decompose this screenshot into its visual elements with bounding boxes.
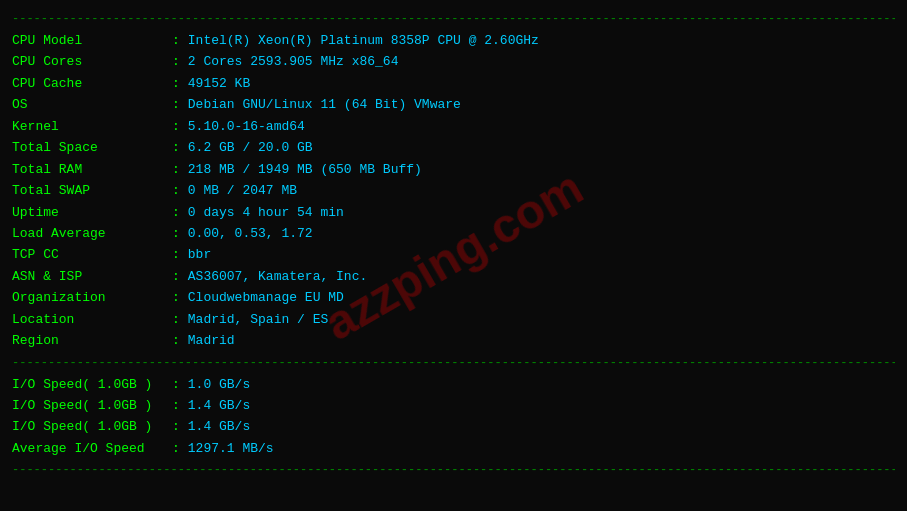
row-colon-9: : xyxy=(172,223,180,244)
divider-mid: ----------------------------------------… xyxy=(12,356,895,370)
io-row: I/O Speed( 1.0GB ) : 1.4 GB/s xyxy=(12,416,895,437)
io-label-1: I/O Speed( 1.0GB ) xyxy=(12,395,172,416)
terminal-container: ----------------------------------------… xyxy=(12,12,895,477)
io-colon-1: : xyxy=(172,395,180,416)
row-value-5: 6.2 GB / 20.0 GB xyxy=(188,137,313,158)
row-colon-12: : xyxy=(172,287,180,308)
row-label-9: Load Average xyxy=(12,223,172,244)
io-colon-2: : xyxy=(172,416,180,437)
io-row: I/O Speed( 1.0GB ) : 1.4 GB/s xyxy=(12,395,895,416)
row-value-6: 218 MB / 1949 MB (650 MB Buff) xyxy=(188,159,422,180)
row-value-3: Debian GNU/Linux 11 (64 Bit) VMware xyxy=(188,94,461,115)
io-value-1: 1.4 GB/s xyxy=(188,395,250,416)
row-label-8: Uptime xyxy=(12,202,172,223)
divider-top: ----------------------------------------… xyxy=(12,12,895,26)
row-colon-11: : xyxy=(172,266,180,287)
io-label-0: I/O Speed( 1.0GB ) xyxy=(12,374,172,395)
info-row: Load Average : 0.00, 0.53, 1.72 xyxy=(12,223,895,244)
row-label-10: TCP CC xyxy=(12,244,172,265)
row-value-9: 0.00, 0.53, 1.72 xyxy=(188,223,313,244)
row-value-10: bbr xyxy=(188,244,211,265)
row-value-14: Madrid xyxy=(188,330,235,351)
info-row: ASN & ISP : AS36007, Kamatera, Inc. xyxy=(12,266,895,287)
row-value-4: 5.10.0-16-amd64 xyxy=(188,116,305,137)
row-colon-13: : xyxy=(172,309,180,330)
row-value-12: Cloudwebmanage EU MD xyxy=(188,287,344,308)
io-colon-3: : xyxy=(172,438,180,459)
io-row: I/O Speed( 1.0GB ) : 1.0 GB/s xyxy=(12,374,895,395)
row-value-0: Intel(R) Xeon(R) Platinum 8358P CPU @ 2.… xyxy=(188,30,539,51)
row-label-0: CPU Model xyxy=(12,30,172,51)
row-label-6: Total RAM xyxy=(12,159,172,180)
row-colon-4: : xyxy=(172,116,180,137)
io-label-2: I/O Speed( 1.0GB ) xyxy=(12,416,172,437)
row-value-11: AS36007, Kamatera, Inc. xyxy=(188,266,367,287)
row-label-1: CPU Cores xyxy=(12,51,172,72)
io-value-3: 1297.1 MB/s xyxy=(188,438,274,459)
info-row: TCP CC : bbr xyxy=(12,244,895,265)
io-section: I/O Speed( 1.0GB ) : 1.0 GB/s I/O Speed(… xyxy=(12,374,895,460)
info-row: CPU Cores : 2 Cores 2593.905 MHz x86_64 xyxy=(12,51,895,72)
divider-bot: ----------------------------------------… xyxy=(12,463,895,477)
row-colon-0: : xyxy=(172,30,180,51)
info-row: Total RAM : 218 MB / 1949 MB (650 MB Buf… xyxy=(12,159,895,180)
row-colon-2: : xyxy=(172,73,180,94)
row-label-2: CPU Cache xyxy=(12,73,172,94)
info-row: Organization : Cloudwebmanage EU MD xyxy=(12,287,895,308)
io-label-3: Average I/O Speed xyxy=(12,438,172,459)
info-row: CPU Cache : 49152 KB xyxy=(12,73,895,94)
row-value-13: Madrid, Spain / ES xyxy=(188,309,328,330)
io-colon-0: : xyxy=(172,374,180,395)
row-value-7: 0 MB / 2047 MB xyxy=(188,180,297,201)
row-label-12: Organization xyxy=(12,287,172,308)
system-info-section: CPU Model : Intel(R) Xeon(R) Platinum 83… xyxy=(12,30,895,352)
row-label-4: Kernel xyxy=(12,116,172,137)
row-value-1: 2 Cores 2593.905 MHz x86_64 xyxy=(188,51,399,72)
io-value-2: 1.4 GB/s xyxy=(188,416,250,437)
info-row: Total SWAP : 0 MB / 2047 MB xyxy=(12,180,895,201)
info-row: Kernel : 5.10.0-16-amd64 xyxy=(12,116,895,137)
info-row: CPU Model : Intel(R) Xeon(R) Platinum 83… xyxy=(12,30,895,51)
io-value-0: 1.0 GB/s xyxy=(188,374,250,395)
row-colon-8: : xyxy=(172,202,180,223)
row-colon-7: : xyxy=(172,180,180,201)
info-row: OS : Debian GNU/Linux 11 (64 Bit) VMware xyxy=(12,94,895,115)
info-row: Total Space : 6.2 GB / 20.0 GB xyxy=(12,137,895,158)
info-row: Uptime : 0 days 4 hour 54 min xyxy=(12,202,895,223)
row-label-5: Total Space xyxy=(12,137,172,158)
row-value-2: 49152 KB xyxy=(188,73,250,94)
row-colon-10: : xyxy=(172,244,180,265)
row-colon-1: : xyxy=(172,51,180,72)
row-label-14: Region xyxy=(12,330,172,351)
row-colon-14: : xyxy=(172,330,180,351)
row-label-3: OS xyxy=(12,94,172,115)
row-label-7: Total SWAP xyxy=(12,180,172,201)
row-colon-5: : xyxy=(172,137,180,158)
row-label-11: ASN & ISP xyxy=(12,266,172,287)
info-row: Location : Madrid, Spain / ES xyxy=(12,309,895,330)
row-value-8: 0 days 4 hour 54 min xyxy=(188,202,344,223)
io-row: Average I/O Speed : 1297.1 MB/s xyxy=(12,438,895,459)
row-label-13: Location xyxy=(12,309,172,330)
row-colon-6: : xyxy=(172,159,180,180)
row-colon-3: : xyxy=(172,94,180,115)
info-row: Region : Madrid xyxy=(12,330,895,351)
